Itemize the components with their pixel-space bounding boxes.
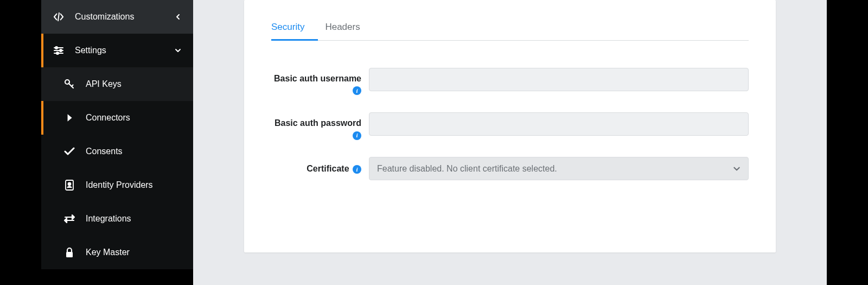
tab-label: Headers [325, 22, 360, 32]
certificate-label: Certificate i [271, 157, 369, 180]
key-icon [63, 78, 76, 91]
main-content: Security Headers Basic auth username i B… [193, 0, 827, 285]
tab-security[interactable]: Security [271, 22, 315, 40]
certificate-select-value: Feature disabled. No client certificate … [377, 164, 557, 174]
svg-point-5 [60, 49, 62, 52]
svg-marker-16 [65, 218, 67, 223]
right-margin [827, 0, 868, 285]
sidebar-item-key-master[interactable]: Key Master [41, 236, 193, 269]
sidebar-item-label: Identity Providers [86, 180, 153, 190]
sliders-icon [52, 44, 65, 57]
sidebar-item-integrations[interactable]: Integrations [41, 202, 193, 236]
sidebar-item-settings[interactable]: Settings [41, 34, 193, 67]
info-icon[interactable]: i [353, 165, 361, 174]
sidebar-item-customizations[interactable]: Customizations [41, 0, 193, 34]
sidebar-item-label: Customizations [75, 12, 134, 22]
check-icon [63, 145, 76, 158]
basic-auth-username-input[interactable] [369, 68, 749, 91]
sidebar-item-consents[interactable]: Consents [41, 135, 193, 168]
chevron-left-icon [174, 12, 182, 21]
tabs: Security Headers [271, 22, 749, 41]
svg-point-4 [55, 47, 58, 49]
sidebar-item-label: Settings [75, 46, 106, 55]
form-row-username: Basic auth username i [271, 68, 749, 96]
password-label: Basic auth password i [271, 112, 369, 141]
svg-marker-14 [72, 215, 74, 219]
info-icon[interactable]: i [353, 86, 361, 95]
svg-rect-17 [66, 252, 73, 257]
svg-marker-10 [68, 114, 72, 122]
sidebar-item-connectors[interactable]: Connectors [41, 101, 193, 135]
svg-line-9 [72, 85, 73, 87]
settings-panel: Security Headers Basic auth username i B… [244, 0, 776, 252]
svg-point-12 [68, 183, 71, 186]
sidebar-item-api-keys[interactable]: API Keys [41, 67, 193, 101]
basic-auth-password-input[interactable] [369, 112, 749, 136]
sidebar-item-label: API Keys [86, 79, 122, 89]
info-icon[interactable]: i [353, 131, 361, 140]
sidebar-item-label: Connectors [86, 113, 130, 123]
form-row-password: Basic auth password i [271, 112, 749, 141]
chevron-down-icon [733, 166, 741, 172]
swap-icon [63, 212, 76, 225]
id-badge-icon [63, 179, 76, 192]
code-icon [52, 10, 65, 23]
sidebar-nav: Customizations Settings [41, 0, 193, 269]
sidebar: Customizations Settings [0, 0, 193, 285]
lock-icon [63, 246, 76, 259]
chevron-down-icon [174, 46, 182, 55]
certificate-select[interactable]: Feature disabled. No client certificate … [369, 157, 749, 180]
sidebar-item-label: Integrations [86, 214, 131, 224]
tab-headers[interactable]: Headers [325, 22, 371, 40]
sidebar-item-label: Consents [86, 147, 123, 156]
svg-line-0 [58, 13, 59, 21]
tab-label: Security [271, 22, 304, 32]
form-row-certificate: Certificate i Feature disabled. No clien… [271, 157, 749, 180]
chevron-right-icon [63, 111, 76, 124]
sidebar-item-label: Key Master [86, 248, 130, 257]
svg-point-6 [56, 52, 59, 54]
username-label: Basic auth username i [271, 68, 369, 96]
sidebar-item-identity-providers[interactable]: Identity Providers [41, 168, 193, 202]
